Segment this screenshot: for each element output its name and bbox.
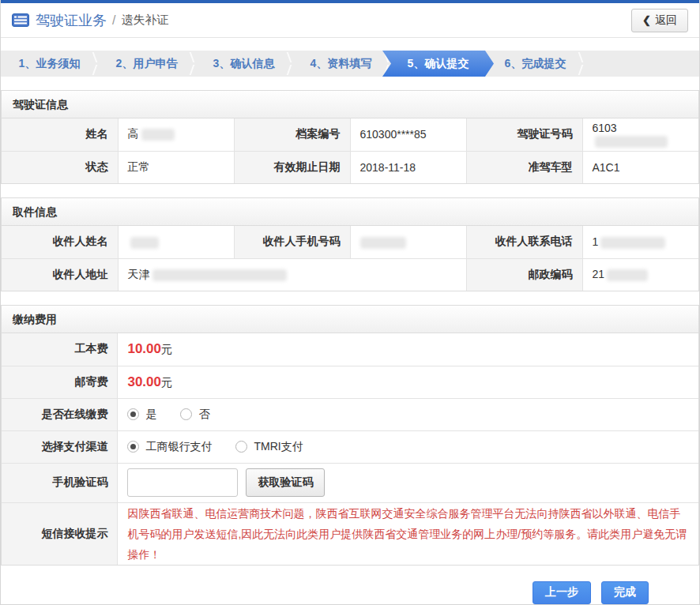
recipient-name-value [118,226,234,258]
redacted-block [152,269,287,281]
postcode-label: 邮政编码 [466,258,582,291]
table-row: 手机验证码 获取验证码 [2,463,698,502]
recipient-address-value: 天津 [118,258,466,291]
sms-tip-text: 因陕西省联通、电信运营商技术问题，陕西省互联网交通安全综合服务管理平台无法向持陕… [127,503,689,565]
table-row: 姓名 高 档案编号 610300****85 驾驶证号码 6103 [2,118,698,151]
redacted-block [141,129,175,141]
production-fee-amount: 10.00 [127,341,161,356]
step-4-fill-data: 4、资料填写 [292,51,390,77]
radio-yes-label: 是 [145,408,156,422]
sms-code-cell: 获取验证码 [118,463,698,502]
sms-tip-cell: 因陕西省联通、电信运营商技术问题，陕西省互联网交通安全综合服务管理平台无法向持陕… [118,502,698,565]
page-header: 驾驶证业务 / 遗失补证 ❮ 返回 [1,3,699,38]
section-title-pickup: 取件信息 [2,198,698,226]
payment-channel-options: 工商银行支付 TMRI支付 [118,430,698,463]
radio-unselected-icon[interactable] [180,408,192,420]
table-row: 是否在线缴费 是 否 [2,398,698,430]
redacted-block [360,237,406,249]
redacted-block [595,136,668,148]
step-2-user-declaration: 2、用户申告 [98,51,195,77]
currency-unit: 元 [161,376,172,389]
payment-channel-label: 选择支付渠道 [2,430,118,463]
previous-step-button[interactable]: 上一步 [533,581,591,604]
vehicle-type-value: A1C1 [582,151,698,183]
currency-unit: 元 [161,343,172,355]
name-value: 高 [118,118,234,151]
status-label: 状态 [2,151,118,183]
table-row: 邮寄费 30.00元 [2,366,698,398]
sms-tip-label: 短信接收提示 [2,502,118,565]
table-row: 收件人姓名 收件人手机号码 收件人联系电话 1 [2,226,698,258]
table-row: 工本费 10.00元 [2,333,698,366]
vehicle-type-label: 准驾车型 [466,151,582,183]
online-payment-options: 是 否 [118,398,698,430]
status-value: 正常 [118,151,234,183]
sms-code-input[interactable] [127,468,238,497]
finish-button[interactable]: 完成 [601,581,649,604]
breadcrumb-separator: / [112,13,115,28]
section-fees: 缴纳费用 工本费 10.00元 邮寄费 30.00元 是否在线缴费 [1,305,699,566]
step-3-confirm-info: 3、确认信息 [195,51,292,77]
postage-fee-amount: 30.00 [127,374,161,389]
postage-fee-label: 邮寄费 [2,366,118,398]
footer-actions: 上一步 完成 [1,566,699,604]
sms-code-label: 手机验证码 [2,463,118,502]
file-no-label: 档案编号 [234,118,350,151]
pickup-info-table: 收件人姓名 收件人手机号码 收件人联系电话 1 收件人地址 天津 邮政编码 21 [2,226,698,291]
section-pickup-info: 取件信息 收件人姓名 收件人手机号码 收件人联系电话 1 收件人地址 天津 邮政… [1,197,699,291]
radio-selected-icon[interactable] [127,441,139,453]
recipient-name-label: 收件人姓名 [2,226,118,258]
table-row: 收件人地址 天津 邮政编码 21 [2,258,698,291]
back-button[interactable]: ❮ 返回 [631,9,688,32]
breadcrumb-current: 遗失补证 [121,13,168,28]
radio-option-no[interactable]: 否 [180,408,209,422]
production-fee-value: 10.00元 [118,333,698,366]
step-6-complete-submit: 6、完成提交 [487,51,584,77]
radio-option-yes[interactable]: 是 [127,408,156,422]
section-license-info: 驾驶证信息 姓名 高 档案编号 610300****85 驾驶证号码 6103 … [1,90,699,184]
table-row: 短信接收提示 因陕西省联通、电信运营商技术问题，陕西省互联网交通安全综合服务管理… [2,502,698,565]
license-info-table: 姓名 高 档案编号 610300****85 驾驶证号码 6103 状态 正常 … [2,118,698,183]
name-label: 姓名 [2,118,118,151]
recipient-phone-label: 收件人联系电话 [466,226,582,258]
radio-option-icbc[interactable]: 工商银行支付 [127,440,212,454]
radio-no-label: 否 [198,408,209,422]
recipient-mobile-value [350,226,466,258]
redacted-block [607,269,648,281]
page-title: 驾驶证业务 [36,11,107,30]
chevron-left-icon: ❮ [642,14,651,26]
fees-table: 工本费 10.00元 邮寄费 30.00元 是否在线缴费 是 [2,333,698,565]
section-title-license: 驾驶证信息 [2,91,698,118]
recipient-address-label: 收件人地址 [2,258,118,291]
radio-selected-icon[interactable] [127,408,139,420]
postage-fee-value: 30.00元 [118,366,698,398]
form-list-icon [12,13,29,27]
postcode-value: 21 [582,258,698,291]
radio-option-tmri[interactable]: TMRI支付 [235,440,303,454]
redacted-block [130,237,159,249]
section-title-fees: 缴纳费用 [2,306,698,333]
step-1-business-notice: 1、业务须知 [1,51,98,77]
recipient-mobile-label: 收件人手机号码 [234,226,350,258]
page: 驾驶证业务 / 遗失补证 ❮ 返回 1、业务须知 2、用户申告 3、确认信息 4… [0,0,700,605]
step-5-confirm-submit-active: 5、确认提交 [382,51,494,77]
file-no-value: 610300****85 [350,118,466,151]
production-fee-label: 工本费 [2,333,118,366]
get-sms-code-button[interactable]: 获取验证码 [246,468,325,497]
expiry-label: 有效期止日期 [234,151,350,183]
back-button-label: 返回 [655,13,677,28]
table-row: 状态 正常 有效期止日期 2018-11-18 准驾车型 A1C1 [2,151,698,183]
radio-unselected-icon[interactable] [235,441,247,453]
step-progress-bar: 1、业务须知 2、用户申告 3、确认信息 4、资料填写 5、确认提交 6、完成提… [1,51,699,77]
table-row: 选择支付渠道 工商银行支付 TMRI支付 [2,430,698,463]
license-no-label: 驾驶证号码 [466,118,582,151]
expiry-value: 2018-11-18 [350,151,466,183]
radio-icbc-label: 工商银行支付 [145,440,212,454]
redacted-block [600,237,665,249]
recipient-phone-value: 1 [582,226,698,258]
license-no-value: 6103 [582,118,698,151]
radio-tmri-label: TMRI支付 [254,440,303,454]
online-payment-label: 是否在线缴费 [2,398,118,430]
